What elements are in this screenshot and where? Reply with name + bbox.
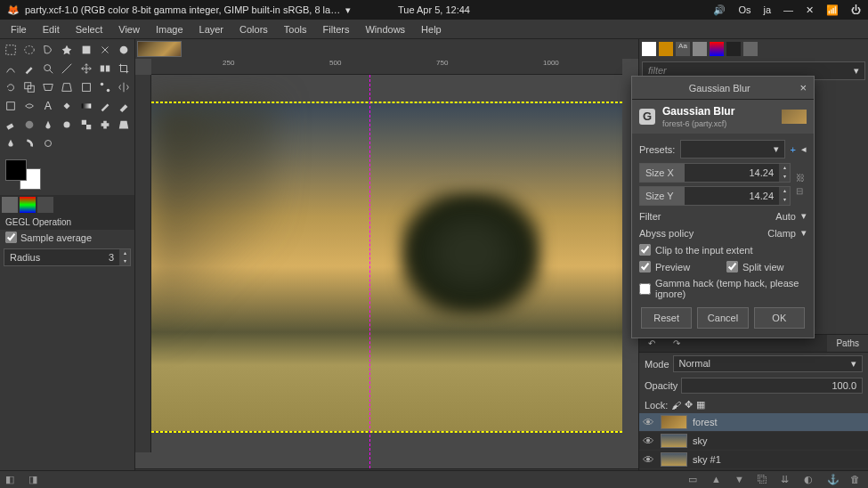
- gamma-hack-row[interactable]: Gamma hack (temp hack, please ignore): [636, 275, 810, 302]
- ruler-vertical[interactable]: [135, 75, 151, 452]
- dialog-close-icon[interactable]: ×: [799, 81, 807, 94]
- lock-paint-icon[interactable]: 🖌: [671, 400, 681, 411]
- tool-heal[interactable]: [96, 116, 114, 134]
- menu-help[interactable]: Help: [414, 22, 449, 37]
- bi-anchor-icon[interactable]: ⚓: [827, 474, 840, 486]
- tool-bucket[interactable]: [58, 97, 76, 115]
- lock-move-icon[interactable]: ✥: [685, 399, 693, 411]
- tool-pencil[interactable]: [96, 97, 114, 115]
- chain-link-icon[interactable]: ⛓: [796, 173, 805, 183]
- unit-icon[interactable]: ⊟: [796, 186, 805, 196]
- bi-duplicate-icon[interactable]: ⿻: [758, 474, 770, 486]
- abyss-dropdown-icon[interactable]: ▾: [801, 227, 807, 239]
- size-x-input[interactable]: Size X 14.24 ▴▾: [639, 163, 791, 183]
- tool-rect-select[interactable]: [2, 41, 20, 59]
- menu-filters[interactable]: Filters: [316, 22, 357, 37]
- bi-lower-icon[interactable]: ▼: [734, 474, 747, 486]
- visibility-icon[interactable]: 👁: [643, 435, 655, 448]
- canvas-image[interactable]: [151, 102, 622, 431]
- tool-color-picker[interactable]: [20, 60, 38, 77]
- radius-spinner[interactable]: ▴▾: [119, 249, 130, 265]
- gamma-hack-checkbox[interactable]: [639, 283, 651, 295]
- ruler-horizontal[interactable]: 250 500 750 1000: [151, 59, 622, 75]
- lang-indicator[interactable]: ja: [763, 4, 771, 15]
- rp-tab-5[interactable]: [710, 42, 724, 56]
- size-y-value[interactable]: 14.24: [743, 187, 779, 205]
- user-label[interactable]: Os: [738, 4, 750, 15]
- layer-name[interactable]: forest: [693, 417, 718, 427]
- tool-ellipse-select[interactable]: [20, 41, 38, 59]
- tool-zoom[interactable]: [39, 60, 57, 77]
- bi-raise-icon[interactable]: ▲: [711, 474, 724, 486]
- filter-dropdown-icon[interactable]: ▾: [801, 210, 807, 222]
- minimize-icon[interactable]: —: [783, 4, 793, 15]
- bi-new-icon[interactable]: ▭: [688, 474, 701, 486]
- size-y-spinner[interactable]: ▴▾: [779, 187, 790, 205]
- dock-tab-1[interactable]: [2, 197, 18, 213]
- bi-merge-icon[interactable]: ⇊: [781, 474, 793, 486]
- preview-checkbox[interactable]: [639, 261, 651, 272]
- tool-gradient[interactable]: [77, 97, 95, 115]
- close-icon[interactable]: ✕: [806, 4, 814, 16]
- tool-paths[interactable]: [2, 60, 20, 77]
- tool-smudge[interactable]: [20, 134, 38, 152]
- sample-average-checkbox[interactable]: [5, 232, 17, 243]
- menu-colors[interactable]: Colors: [232, 22, 275, 37]
- guide-vertical[interactable]: [369, 75, 370, 468]
- menu-windows[interactable]: Windows: [358, 22, 412, 37]
- tool-transform[interactable]: [77, 78, 95, 96]
- split-view-row[interactable]: Split view: [723, 258, 810, 275]
- menu-edit[interactable]: Edit: [36, 22, 67, 37]
- tool-scissors[interactable]: [96, 41, 114, 59]
- rp-tab-4[interactable]: [693, 42, 707, 56]
- opacity-input[interactable]: 100.0: [681, 378, 863, 394]
- tool-paintbrush[interactable]: [115, 97, 133, 115]
- bi-mask-icon[interactable]: ◐: [804, 474, 816, 486]
- color-swatches[interactable]: [0, 154, 134, 195]
- radius-input[interactable]: Radius 3 ▴▾: [4, 248, 131, 266]
- tool-scale[interactable]: [20, 78, 38, 96]
- layer-name[interactable]: sky: [693, 435, 708, 446]
- menu-tools[interactable]: Tools: [277, 22, 314, 37]
- tool-cage[interactable]: [2, 97, 20, 115]
- tool-move[interactable]: [77, 60, 95, 77]
- rp-tab-6[interactable]: [726, 42, 741, 56]
- mode-select[interactable]: Normal▾: [673, 355, 863, 372]
- tool-free-select[interactable]: [39, 41, 57, 59]
- dialog-titlebar[interactable]: Gaussian Blur ×: [632, 77, 814, 100]
- menu-layer[interactable]: Layer: [192, 22, 231, 37]
- layer-row[interactable]: 👁forest: [639, 413, 868, 432]
- size-x-spinner[interactable]: ▴▾: [779, 164, 790, 182]
- sample-average-row[interactable]: Sample average: [0, 230, 134, 245]
- tool-clone[interactable]: [77, 116, 95, 134]
- preset-menu-icon[interactable]: ◂: [801, 143, 807, 155]
- tool-perspective[interactable]: [58, 78, 76, 96]
- menu-view[interactable]: View: [111, 22, 147, 37]
- canvas-viewport[interactable]: [151, 75, 622, 468]
- reset-button[interactable]: Reset: [641, 307, 692, 329]
- radius-value[interactable]: 3: [103, 249, 119, 265]
- tab-paths[interactable]: Paths: [827, 335, 868, 352]
- visibility-icon[interactable]: 👁: [643, 416, 655, 429]
- tool-dodge[interactable]: [39, 134, 57, 152]
- bi-2[interactable]: ◨: [28, 474, 41, 486]
- tool-rotate[interactable]: [2, 78, 20, 96]
- preset-add-icon[interactable]: +: [791, 144, 796, 155]
- dropdown-arrow[interactable]: ▾: [345, 4, 351, 16]
- rp-tab-3[interactable]: Aa: [676, 42, 690, 56]
- bi-delete-icon[interactable]: 🗑: [850, 474, 863, 486]
- foreground-color[interactable]: [5, 159, 27, 181]
- tool-perspective-clone[interactable]: [115, 116, 133, 134]
- menu-select[interactable]: Select: [69, 22, 110, 37]
- dock-tab-2[interactable]: [20, 197, 36, 213]
- image-tab[interactable]: [137, 41, 182, 57]
- bi-1[interactable]: ◧: [5, 474, 18, 486]
- tool-align[interactable]: [96, 60, 114, 77]
- tool-handle[interactable]: [96, 78, 114, 96]
- lock-alpha-icon[interactable]: ▦: [696, 399, 705, 411]
- size-y-input[interactable]: Size Y 14.24 ▴▾: [639, 186, 791, 206]
- tool-warp[interactable]: [20, 97, 38, 115]
- tool-eraser[interactable]: [2, 116, 20, 134]
- visibility-icon[interactable]: 👁: [643, 453, 655, 467]
- tool-foreground[interactable]: [115, 41, 133, 59]
